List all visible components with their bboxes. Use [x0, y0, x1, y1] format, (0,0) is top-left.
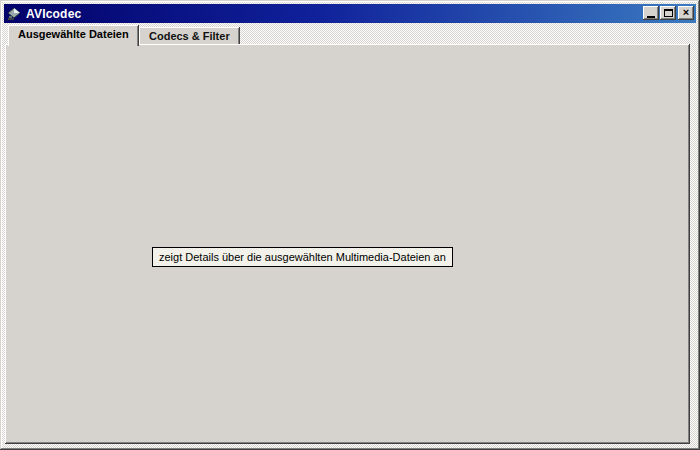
- minimize-button[interactable]: [643, 6, 659, 20]
- tab-page: [5, 44, 690, 444]
- app-window: AVIcodec × Codecs & Filter Ausgewählte D…: [0, 0, 700, 450]
- minimize-icon: [647, 16, 655, 18]
- tooltip: zeigt Details über die ausgewählten Mult…: [152, 247, 453, 267]
- tab-ausgewaehlte-dateien[interactable]: Ausgewählte Dateien: [8, 25, 139, 46]
- maximize-icon: [664, 9, 673, 17]
- window-title: AVIcodec: [26, 7, 81, 21]
- close-icon: ×: [683, 7, 689, 18]
- titlebar[interactable]: AVIcodec: [4, 4, 696, 23]
- maximize-button[interactable]: [660, 6, 676, 20]
- app-icon: [7, 7, 22, 21]
- tab-codecs-filter[interactable]: Codecs & Filter: [139, 27, 240, 45]
- close-button[interactable]: ×: [678, 6, 694, 20]
